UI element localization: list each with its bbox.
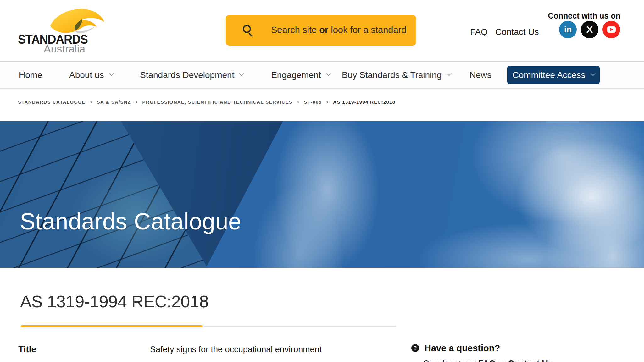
youtube-play-glyph [607, 26, 616, 33]
yellow-divider [21, 325, 202, 327]
search-placeholder-suffix: look for a standard [328, 25, 406, 35]
have-a-question-title: Have a question? [425, 343, 500, 354]
nav-item-engagement[interactable]: Engagement [271, 62, 330, 88]
connect-with-us-label: Connect with us on [548, 11, 620, 20]
nav-label: Standards Development [140, 70, 234, 80]
chevron-down-icon [239, 71, 244, 76]
youtube-icon[interactable] [602, 21, 620, 38]
breadcrumb-sf-005[interactable]: SF-005 [304, 99, 322, 105]
chevron-down-icon [447, 71, 452, 76]
nav-item-buy-standards-training[interactable]: Buy Standards & Training [342, 62, 450, 88]
chevron-down-icon [326, 71, 331, 76]
logo-swoosh-icon [49, 7, 105, 35]
nav-label: Engagement [271, 70, 321, 80]
contact-us-link[interactable]: Contact Us [495, 27, 539, 37]
breadcrumb-sa-sasnz[interactable]: SA & SA/SNZ [97, 99, 131, 105]
logo-text-australia: Australia [44, 43, 85, 55]
nav-item-news[interactable]: News [469, 62, 491, 88]
breadcrumb-standards-catalogue[interactable]: STANDARDS CATALOGUE [18, 99, 86, 105]
breadcrumb-separator: > [90, 99, 93, 105]
chevron-down-icon [591, 71, 596, 76]
nav-item-standards-development[interactable]: Standards Development [140, 62, 243, 88]
nav-item-about-us[interactable]: About us [69, 62, 113, 88]
faq-link[interactable]: FAQ [470, 27, 488, 37]
faq-inline-link[interactable]: FAQ [478, 359, 496, 362]
hero-banner [0, 121, 644, 268]
search-placeholder: Search site or look for a standard [271, 25, 406, 35]
aside-text-mid: or [496, 359, 508, 362]
linkedin-icon[interactable]: in [559, 21, 577, 38]
chevron-down-icon [109, 71, 114, 76]
nav-label: Buy Standards & Training [342, 70, 442, 80]
contact-us-inline-link[interactable]: Contact Us [508, 359, 553, 362]
question-mark-icon: ? [411, 344, 419, 352]
search-placeholder-or: or [319, 25, 328, 35]
breadcrumb-sector[interactable]: PROFESSIONAL, SCIENTIFIC AND TECHNICAL S… [142, 99, 293, 105]
nav-label: About us [69, 70, 104, 80]
breadcrumb-separator: > [135, 99, 138, 105]
page: STANDARDS Australia Search site or look … [0, 0, 644, 362]
committee-access-label: Committee Access [513, 70, 586, 80]
breadcrumb-current-standard: AS 1319-1994 REC:2018 [333, 99, 395, 105]
social-icons: in X [559, 21, 622, 39]
hero-title: Standards Catalogue [20, 208, 242, 235]
hero-building-glass-grid [0, 121, 644, 268]
search-placeholder-prefix: Search site [271, 25, 319, 35]
standards-australia-logo[interactable]: STANDARDS Australia [18, 6, 109, 53]
breadcrumb: STANDARDS CATALOGUE>SA & SA/SNZ>PROFESSI… [18, 99, 615, 105]
header: STANDARDS Australia Search site or look … [0, 0, 644, 61]
nav-label: Home [19, 70, 42, 80]
search-icon [243, 25, 251, 33]
breadcrumb-separator: > [326, 99, 329, 105]
nav-label: News [469, 70, 491, 80]
breadcrumb-separator: > [297, 99, 300, 105]
x-twitter-icon[interactable]: X [581, 21, 598, 38]
title-field-label: Title [18, 344, 36, 354]
standard-heading: AS 1319-1994 REC:2018 [20, 292, 208, 311]
title-field-value: Safety signs for the occupational enviro… [150, 345, 322, 354]
main-nav: Home About us Standards Development Enga… [0, 61, 644, 89]
search-input[interactable]: Search site or look for a standard [226, 15, 416, 46]
nav-item-home[interactable]: Home [19, 62, 42, 88]
gray-divider [202, 326, 396, 327]
committee-access-button[interactable]: Committee Access [507, 66, 600, 84]
aside-text-prefix: Check out our [423, 359, 478, 362]
have-a-question-text: Check out our FAQ or Contact Us [423, 359, 553, 362]
